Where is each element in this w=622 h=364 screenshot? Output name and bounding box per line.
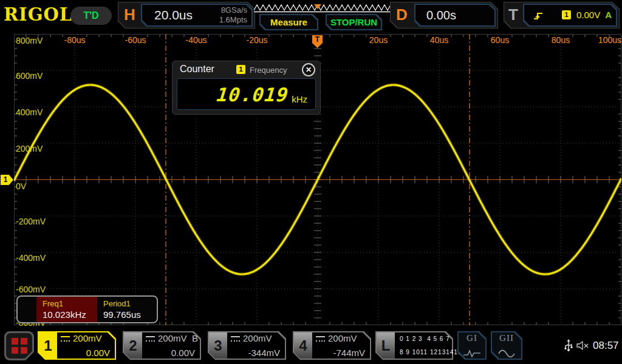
t-label-100us: 100us xyxy=(598,35,621,45)
generator2-block[interactable]: GII xyxy=(491,331,522,360)
bandwidth-flag: B xyxy=(192,333,198,343)
trigger-block[interactable]: T 1 0.00V A xyxy=(504,2,620,29)
t-label-n80us: -80us xyxy=(64,35,85,45)
t-display: 1 0.00V A xyxy=(523,4,617,27)
v-label-200mV: 200mV xyxy=(16,144,43,153)
channel-offset: 0.00V xyxy=(171,348,195,358)
channel4-block[interactable]: 4 200mV -744mV xyxy=(293,331,371,360)
counter-popup-title: Counter xyxy=(180,64,214,75)
digital-channels-row2: 8 9 1011 12131415 xyxy=(400,349,462,356)
counter-display: 10.019 kHz xyxy=(177,78,316,110)
memory-position-strip xyxy=(254,3,400,13)
generator2-label: GII xyxy=(491,333,522,343)
measurement-item-freq1[interactable]: Freq1 10.023kHz xyxy=(36,297,97,322)
measurement-panel: Freq1 10.023kHz Period1 99.765us xyxy=(16,295,158,323)
clock-display: 08:57 xyxy=(593,340,619,352)
sample-rate: 8GSa/s xyxy=(219,5,247,15)
channel1-ground-marker[interactable]: 1 xyxy=(1,175,13,185)
rising-edge-icon xyxy=(533,10,545,21)
h-display: 20.0us 8GSa/s 1.6Mpts xyxy=(141,4,253,27)
measurement-value: 99.765us xyxy=(103,309,141,320)
channel1-number: 1 xyxy=(39,332,57,359)
dc-coupling-icon xyxy=(146,336,155,342)
trigger-source-badge: 1 xyxy=(562,10,571,19)
trigger-level-value: 0.00V xyxy=(576,10,600,20)
measure-button[interactable]: Measure xyxy=(259,14,318,30)
v-label-n400mV: -400mV xyxy=(16,253,46,263)
pulse-waveform-icon xyxy=(462,349,482,357)
t-label: T xyxy=(508,5,518,24)
v-label-0V: 0V xyxy=(16,181,26,191)
channel-scale: 200mV xyxy=(328,333,357,343)
dc-coupling-icon xyxy=(61,336,70,342)
speaker-muted-icon[interactable] xyxy=(576,340,589,351)
t-label-n20us: -20us xyxy=(246,35,267,45)
channel3-number: 3 xyxy=(209,332,227,359)
usb-icon xyxy=(564,339,573,352)
delay-value: 0.00s xyxy=(426,8,456,22)
channel3-block[interactable]: 3 200mV -344mV xyxy=(208,331,286,360)
channel-scale: 200mV xyxy=(158,333,187,343)
v-label-n200mV: -200mV xyxy=(16,217,46,226)
rigol-logo: RIGOL xyxy=(4,4,72,25)
v-label-400mV: 400mV xyxy=(16,107,43,117)
close-icon[interactable]: ✕ xyxy=(302,63,315,76)
t-label-80us: 80us xyxy=(552,35,570,45)
t-label-40us: 40us xyxy=(430,35,448,45)
channel-offset: 0.00V xyxy=(86,348,110,358)
channel2-number: 2 xyxy=(124,332,142,359)
measurement-value: 10.023kHz xyxy=(43,309,86,320)
channel-offset: -744mV xyxy=(333,348,365,358)
d-label: D xyxy=(396,5,408,24)
channel2-block[interactable]: 2 200mV B 0.00V xyxy=(123,331,201,360)
generator1-label: GI xyxy=(457,333,487,343)
memory-position-marker xyxy=(314,4,321,9)
acquisition-info: 8GSa/s 1.6Mpts xyxy=(219,5,247,25)
t-label-n60us: -60us xyxy=(125,35,146,45)
measurement-name: Freq1 xyxy=(43,299,63,308)
v-label-n600mV: -600mV xyxy=(16,285,46,294)
oscilloscope-screen: RIGOL T'D H 20.0us 8GSa/s 1.6Mpts Measur… xyxy=(0,0,622,364)
measure-button-label: Measure xyxy=(259,14,318,30)
dc-coupling-icon xyxy=(231,336,240,342)
timebase-value: 20.0us xyxy=(154,8,193,22)
memory-depth: 1.6Mpts xyxy=(219,15,247,25)
channel-offset: -344mV xyxy=(248,348,280,358)
channel-scale: 200mV xyxy=(73,333,102,343)
logic-analyzer-block[interactable]: L 0 1 2 3 4 5 6 7 8 9 1011 12131415 xyxy=(375,331,453,360)
t-label-60us: 60us xyxy=(491,35,509,45)
menu-grid-icon xyxy=(6,333,32,359)
channel4-number: 4 xyxy=(294,332,312,359)
trigger-delay-block[interactable]: D 0.00s xyxy=(390,2,498,29)
counter-frequency-value: 10.019 xyxy=(216,84,290,106)
counter-frequency-unit: kHz xyxy=(292,94,307,104)
v-label-800mV: 800mV xyxy=(16,36,43,46)
stop-run-button[interactable]: STOP/RUN xyxy=(326,14,382,30)
measurement-name: Period1 xyxy=(103,299,131,308)
channel-scale: 200mV xyxy=(243,333,272,343)
measurement-item-period1[interactable]: Period1 99.765us xyxy=(97,297,157,322)
t-label-n40us: -40us xyxy=(185,35,207,45)
counter-measure-type: Frequency xyxy=(250,66,287,75)
memory-waveform-icon xyxy=(254,3,400,13)
t-label-20us: 20us xyxy=(369,35,388,45)
la-label: L xyxy=(377,332,395,359)
trigger-status-badge: T'D xyxy=(70,7,112,25)
generator1-block[interactable]: GI xyxy=(457,331,487,360)
main-menu-button[interactable] xyxy=(4,331,34,360)
h-label: H xyxy=(124,5,135,24)
measurement-empty-cell xyxy=(18,297,36,322)
dc-coupling-icon xyxy=(316,336,325,342)
d-display: 0.00s xyxy=(414,4,496,27)
trigger-sweep-mode: A xyxy=(605,10,612,20)
digital-channels-row1: 0 1 2 3 4 5 6 7 xyxy=(400,335,450,342)
horizontal-timebase-block[interactable]: H 20.0us 8GSa/s 1.6Mpts xyxy=(118,2,255,29)
channel1-block[interactable]: 1 200mV 0.00V xyxy=(38,331,116,360)
stop-run-button-label: STOP/RUN xyxy=(326,14,382,30)
v-label-600mV: 600mV xyxy=(16,71,43,81)
counter-source-badge: 1 xyxy=(236,65,245,74)
sine-waveform-icon xyxy=(497,349,516,357)
counter-popup: Counter 1 Frequency ✕ 10.019 kHz xyxy=(172,61,321,115)
